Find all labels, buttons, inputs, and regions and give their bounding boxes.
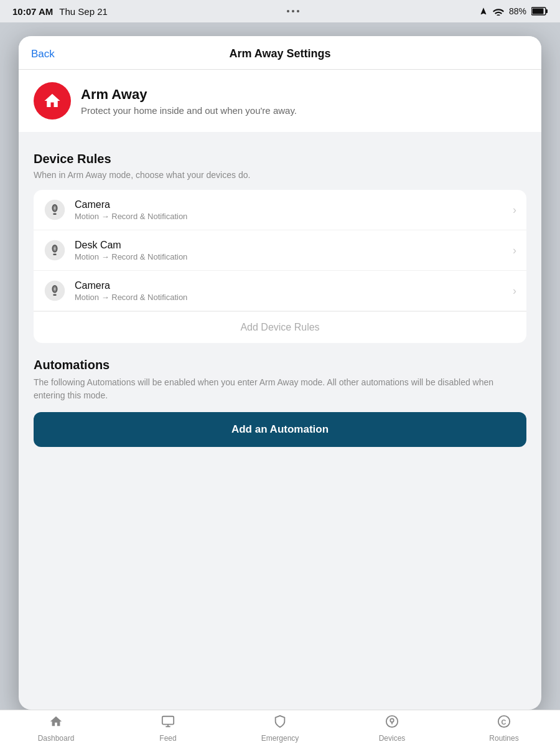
dot3 <box>297 10 299 12</box>
modal-title: Arm Away Settings <box>229 47 330 60</box>
tab-bar: Dashboard Feed Emergency Devices C <box>0 710 560 747</box>
device-rule-item-2[interactable]: Desk Cam Motion → Record & Notification … <box>34 230 526 271</box>
device-rule-name-3: Camera <box>75 280 513 291</box>
svg-rect-2 <box>533 9 544 14</box>
feed-icon <box>161 715 175 732</box>
status-dots <box>287 10 299 12</box>
device-rule-item-1[interactable]: Camera Motion → Record & Notification › <box>34 190 526 230</box>
device-rule-detail-3: Motion → Record & Notification <box>75 293 513 302</box>
hero-section: Arm Away Protect your home inside and ou… <box>19 70 541 137</box>
tab-dashboard-label: Dashboard <box>38 734 75 743</box>
emergency-icon <box>273 715 287 732</box>
device-rule-text-2: Desk Cam Motion → Record & Notification <box>75 240 513 261</box>
device-rule-text-3: Camera Motion → Record & Notification <box>75 280 513 302</box>
status-icons: 88% <box>479 6 548 16</box>
svg-rect-16 <box>53 294 56 296</box>
devices-icon <box>385 715 399 732</box>
add-device-rules-label: Add Device Rules <box>240 322 319 332</box>
automations-title: Automations <box>34 358 526 372</box>
camera-icon-2 <box>44 239 66 261</box>
dashboard-icon <box>49 715 63 732</box>
tab-feed[interactable]: Feed <box>112 715 224 743</box>
device-rules-title: Device Rules <box>34 152 526 166</box>
device-rule-name-1: Camera <box>75 199 513 210</box>
device-rules-card: Camera Motion → Record & Notification › <box>34 190 526 343</box>
chevron-icon-3: › <box>513 284 516 298</box>
svg-rect-18 <box>162 716 174 725</box>
hero-name: Arm Away <box>81 87 297 103</box>
automations-description: The following Automations will be enable… <box>34 376 526 402</box>
device-rule-detail-1: Motion → Record & Notification <box>75 212 513 221</box>
back-button[interactable]: Back <box>31 48 55 60</box>
modal-header: Back Arm Away Settings <box>19 36 541 70</box>
device-rule-name-2: Desk Cam <box>75 240 513 251</box>
tab-devices[interactable]: Devices <box>336 715 448 743</box>
svg-point-12 <box>54 247 56 250</box>
location-icon <box>479 7 488 16</box>
home-icon <box>43 92 62 110</box>
svg-point-22 <box>390 718 394 722</box>
svg-point-17 <box>54 288 56 291</box>
battery-icon <box>531 7 548 16</box>
device-rule-item-3[interactable]: Camera Motion → Record & Notification › <box>34 271 526 311</box>
battery-text: 88% <box>509 6 526 16</box>
svg-rect-1 <box>546 9 548 13</box>
routines-icon: C <box>497 715 511 732</box>
tab-routines[interactable]: C Routines <box>448 715 560 743</box>
tab-feed-label: Feed <box>159 734 176 743</box>
svg-point-7 <box>54 207 56 210</box>
hero-text: Arm Away Protect your home inside and ou… <box>81 87 297 116</box>
device-rule-detail-2: Motion → Record & Notification <box>75 252 513 261</box>
device-rule-text-1: Camera Motion → Record & Notification <box>75 199 513 221</box>
tab-routines-label: Routines <box>489 734 518 743</box>
tab-dashboard[interactable]: Dashboard <box>0 715 112 743</box>
chevron-icon-2: › <box>513 244 516 257</box>
camera-icon-1 <box>44 199 66 221</box>
modal-content: Arm Away Protect your home inside and ou… <box>19 70 541 710</box>
chevron-icon-1: › <box>513 204 516 217</box>
dot1 <box>287 10 289 12</box>
status-bar: 10:07 AM Thu Sep 21 88% <box>0 0 560 22</box>
status-date: Thu Sep 21 <box>59 6 108 17</box>
tab-emergency[interactable]: Emergency <box>224 715 336 743</box>
device-rules-subtitle: When in Arm Away mode, choose what your … <box>34 170 526 180</box>
add-device-rules-row[interactable]: Add Device Rules <box>34 311 526 343</box>
hero-description: Protect your home inside and out when yo… <box>81 105 297 116</box>
modal-sheet: Back Arm Away Settings Arm Away Protect … <box>19 36 541 710</box>
add-automation-button[interactable]: Add an Automation <box>34 412 526 447</box>
tab-devices-label: Devices <box>379 734 406 743</box>
svg-rect-6 <box>53 213 56 215</box>
camera-icon-3 <box>44 280 66 302</box>
arm-away-icon <box>34 82 71 120</box>
tab-emergency-label: Emergency <box>261 734 299 743</box>
svg-rect-11 <box>53 253 56 255</box>
dot2 <box>292 10 294 12</box>
automations-section: Automations The following Automations wi… <box>19 358 541 462</box>
status-time: 10:07 AM <box>12 6 53 17</box>
svg-text:C: C <box>501 718 506 726</box>
device-rules-section-header: Device Rules When in Arm Away mode, choo… <box>19 137 541 180</box>
wifi-icon <box>493 7 504 16</box>
